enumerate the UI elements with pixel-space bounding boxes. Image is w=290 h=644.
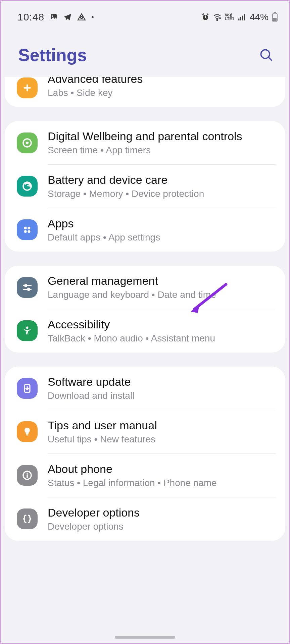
row-body: Apps Default apps • App settings xyxy=(48,208,276,243)
advanced-features-icon xyxy=(17,77,38,98)
svg-point-1 xyxy=(52,15,53,17)
clock: 10:48 xyxy=(17,11,44,23)
apps-icon xyxy=(17,219,38,240)
row-subtitle: Download and install xyxy=(48,390,276,401)
svg-rect-6 xyxy=(240,17,241,20)
settings-group-2: General management Language and keyboard… xyxy=(5,266,285,353)
row-title: Battery and device care xyxy=(48,173,276,186)
telegram-icon xyxy=(63,13,72,21)
general-management-icon xyxy=(17,277,38,298)
svg-rect-8 xyxy=(244,14,245,20)
row-title: Tips and user manual xyxy=(48,419,276,432)
svg-rect-11 xyxy=(273,18,277,21)
row-subtitle: Useful tips • New features xyxy=(48,434,276,445)
device-care-icon xyxy=(17,176,38,197)
row-title: Apps xyxy=(48,217,276,230)
svg-point-18 xyxy=(28,227,30,229)
accessibility-icon xyxy=(17,320,38,341)
row-body: Accessibility TalkBack • Mono audio • As… xyxy=(48,309,276,344)
row-title: Developer options xyxy=(48,506,276,519)
row-title: Accessibility xyxy=(48,318,276,331)
row-subtitle: Labs • Side key xyxy=(48,88,276,98)
row-software-update[interactable]: Software update Download and install xyxy=(5,367,285,410)
row-subtitle: Status • Legal information • Phone name xyxy=(48,478,276,488)
about-phone-icon xyxy=(17,465,38,486)
svg-rect-7 xyxy=(242,16,243,20)
gallery-icon xyxy=(50,13,58,21)
row-digital-wellbeing[interactable]: Digital Wellbeing and parental controls … xyxy=(5,121,285,164)
row-body: Software update Download and install xyxy=(48,375,276,401)
row-body: Tips and user manual Useful tips • New f… xyxy=(48,410,276,445)
row-title: Advanced features xyxy=(48,77,276,86)
header: Settings xyxy=(1,28,289,77)
row-advanced-features[interactable]: Advanced features Labs • Side key xyxy=(5,77,285,107)
svg-point-4 xyxy=(216,19,218,20)
more-dot-icon: • xyxy=(91,13,94,21)
triangle-alert-icon xyxy=(77,13,86,21)
svg-point-2 xyxy=(81,16,83,19)
svg-point-17 xyxy=(24,227,27,229)
row-body: Digital Wellbeing and parental controls … xyxy=(48,130,276,156)
battery-percent: 44% xyxy=(250,12,269,22)
row-apps[interactable]: Apps Default apps • App settings xyxy=(5,208,285,252)
settings-group-1: Digital Wellbeing and parental controls … xyxy=(5,121,285,252)
wifi-icon xyxy=(213,13,222,21)
row-general-management[interactable]: General management Language and keyboard… xyxy=(5,266,285,309)
row-body: Advanced features Labs • Side key xyxy=(48,77,276,98)
volte-icon: Vo))LTE1 xyxy=(225,13,234,21)
svg-point-19 xyxy=(24,230,27,233)
row-accessibility[interactable]: Accessibility TalkBack • Mono audio • As… xyxy=(5,309,285,353)
row-subtitle: Screen time • App timers xyxy=(48,145,276,156)
signal-icon xyxy=(238,13,246,21)
software-update-icon xyxy=(17,378,38,399)
battery-icon xyxy=(272,12,278,22)
row-subtitle: Language and keyboard • Date and time xyxy=(48,289,276,300)
row-tips-manual[interactable]: Tips and user manual Useful tips • New f… xyxy=(5,410,285,453)
row-body: Battery and device care Storage • Memory… xyxy=(48,164,276,199)
row-battery-device-care[interactable]: Battery and device care Storage • Memory… xyxy=(5,164,285,208)
row-subtitle: Developer options xyxy=(48,521,276,532)
svg-point-20 xyxy=(28,230,30,233)
svg-rect-27 xyxy=(26,434,29,435)
row-subtitle: TalkBack • Mono audio • Assistant menu xyxy=(48,333,276,344)
tips-icon xyxy=(17,421,38,442)
status-right: Vo))LTE1 44% xyxy=(201,12,278,22)
row-title: About phone xyxy=(48,463,276,476)
svg-point-22 xyxy=(25,284,27,286)
status-left: 10:48 • xyxy=(17,11,94,23)
svg-line-13 xyxy=(269,57,272,60)
svg-rect-5 xyxy=(238,18,239,20)
status-bar: 10:48 • Vo))LTE1 44% xyxy=(1,1,289,28)
row-about-phone[interactable]: About phone Status • Legal information •… xyxy=(5,453,285,497)
settings-group-0: Advanced features Labs • Side key xyxy=(5,77,285,107)
page-title: Settings xyxy=(18,45,87,65)
home-indicator[interactable] xyxy=(115,636,175,639)
search-button[interactable] xyxy=(258,47,275,63)
row-title: Software update xyxy=(48,375,276,388)
row-title: Digital Wellbeing and parental controls xyxy=(48,130,276,143)
row-subtitle: Default apps • App settings xyxy=(48,232,276,243)
svg-point-25 xyxy=(26,326,29,329)
settings-group-3: Software update Download and install Tip… xyxy=(5,367,285,541)
row-body: General management Language and keyboard… xyxy=(48,274,276,300)
svg-point-30 xyxy=(27,473,28,474)
wellbeing-icon xyxy=(17,132,38,153)
alarm-icon xyxy=(201,13,209,21)
row-subtitle: Storage • Memory • Device protection xyxy=(48,189,276,199)
row-developer-options[interactable]: Developer options Developer options xyxy=(5,497,285,541)
row-body: Developer options Developer options xyxy=(48,497,276,532)
svg-point-24 xyxy=(28,288,30,290)
row-body: About phone Status • Legal information •… xyxy=(48,453,276,488)
search-icon xyxy=(259,48,274,62)
row-title: General management xyxy=(48,274,276,287)
developer-options-icon xyxy=(17,508,38,529)
